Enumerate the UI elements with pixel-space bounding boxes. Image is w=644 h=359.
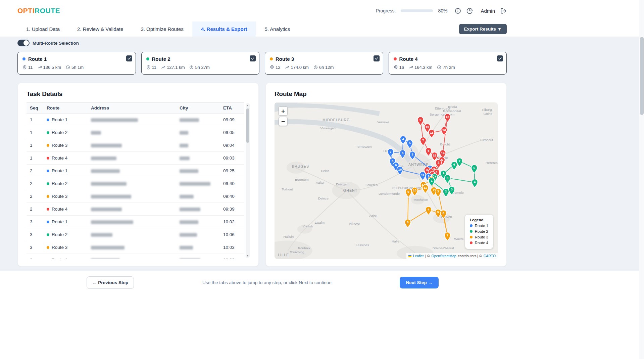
address-redacted [91,156,116,160]
city-redacted [180,233,197,237]
route-name: Route 1 [52,117,67,122]
map-container[interactable]: MIDDELBURGVlissingenYersekeBergen op Zoo… [275,102,498,259]
seq-cell: 3 [27,216,43,228]
svg-text:2: 2 [433,188,435,192]
svg-text:14: 14 [441,151,445,155]
route-checkbox[interactable] [374,55,380,61]
page-scrollbar-thumb[interactable] [640,37,644,115]
map-place-label: Ninove [349,222,360,225]
clock-icon [437,65,441,70]
route-card-1[interactable]: Route 111136.5 km5h 1m [17,52,136,75]
seq-cell: 2 [27,190,43,203]
table-row: 1Route 209:05 [27,126,244,139]
distance-stat: 136.5 km [38,65,61,70]
map-place-label: Roubaix [298,246,310,250]
logout-icon[interactable] [500,7,507,14]
legend-label: Route 2 [475,229,488,233]
route-cell: Route 1 [47,117,84,122]
route-color-dot [47,195,49,198]
route-name: Route 2 [52,232,67,237]
multi-route-toggle[interactable] [17,40,30,46]
panels-grid: Task Details Seq Route Address City ETA [17,83,507,267]
svg-text:11: 11 [424,186,427,189]
task-details-panel: Task Details Seq Route Address City ETA [17,83,259,267]
route-card-title: Route 3 [276,56,294,62]
scroll-down-arrow[interactable]: ▼ [246,254,250,258]
route-cell: Route 2 [47,130,84,135]
route-name: Route 3 [52,194,67,199]
footer-bar: ← Previous Step Use the tabs above to ju… [0,271,639,359]
address-redacted [91,208,122,211]
tab-1-upload-data[interactable]: 1. Upload Data [17,21,68,37]
map-place-label: MIDDELBURG [323,118,350,122]
progress-percent: 80% [438,8,447,13]
route-cell: Route 2 [47,181,84,186]
map-place-label: Torhout [282,187,293,191]
map-place-label: Etten-Leur [435,106,450,110]
map-legend: Legend Route 1Route 2Route 3Route 4 [465,215,493,249]
duration-stat: 5h 27m [189,65,209,70]
map-place-label: Braine-l'Alleud [433,246,454,250]
next-step-button[interactable]: Next Step → [400,277,439,288]
svg-text:7: 7 [447,233,448,237]
route-cell: Route 3 [47,143,84,148]
eta-cell: 10:06 [220,228,244,241]
city-redacted [180,195,194,198]
map-place-label: Terneuzen [356,145,372,148]
legend-item: Route 1 [470,224,488,228]
route-checkbox[interactable] [126,55,132,61]
duration-stat: 5h 1m [66,65,84,70]
map-place-label: LILLE [278,253,289,257]
tab-2-review-validate[interactable]: 2. Review & Validate [68,21,132,37]
main-content: Multi-Route Selection Route 111136.5 km5… [0,37,639,267]
map-place-label: Yerseke [377,120,389,124]
table-scrollbar[interactable]: ▲ ▼ [246,103,250,258]
route-checkbox[interactable] [250,55,256,61]
previous-step-button[interactable]: ← Previous Step [87,276,134,289]
route-checkbox[interactable] [497,55,503,61]
map-canvas[interactable]: MIDDELBURGVlissingenYersekeBergen op Zoo… [275,102,498,259]
route-color-dot [47,170,49,172]
route-color-dot [47,182,49,185]
pie-chart-icon[interactable] [466,7,473,14]
route-color-dot [47,221,49,223]
tab-5-analytics[interactable]: 5. Analytics [256,21,299,37]
clock-icon [189,65,194,70]
info-icon[interactable] [454,7,461,14]
progress-label: Progress: [376,8,396,13]
route-card-header: Route 3 [270,56,378,62]
clock-icon [313,65,318,70]
city-redacted [180,156,190,160]
user-name[interactable]: Admin [481,8,495,14]
zoom-out-button[interactable]: − [279,117,288,126]
tab-3-optimize-routes[interactable]: 3. Optimize Routes [132,21,192,37]
map-place-label: Eeklo [321,169,329,173]
attribution-separator: | © [424,254,431,258]
route-card-2[interactable]: Route 211127.1 km5h 27m [141,52,260,75]
leaflet-link[interactable]: Leaflet [413,254,424,258]
seq-cell: 1 [27,114,43,126]
svg-text:2: 2 [438,161,439,164]
route-color-dot [47,157,49,160]
route-card-3[interactable]: Route 312174.0 km6h 12m [265,52,383,75]
table-scrollbar-thumb[interactable] [246,108,249,143]
map-place-label: Kortrijk [303,224,313,228]
route-cell: Route 2 [47,232,84,237]
eta-cell: 09:04 [220,139,244,152]
task-table-wrap: Seq Route Address City ETA 1Route 109:09… [27,102,250,259]
scroll-up-arrow[interactable]: ▲ [246,103,250,107]
openstreetmap-link[interactable]: OpenStreetMap [431,254,456,258]
distance-stat: 127.1 km [161,65,185,70]
route-card-4[interactable]: Route 416164.3 km7h 2m [389,52,507,75]
progress-bar [401,9,433,12]
distance-stat: 174.0 km [285,65,308,70]
carto-link[interactable]: CARTO [484,254,496,258]
zoom-in-button[interactable]: + [279,106,288,116]
export-results-button[interactable]: Export Results ▼ [459,24,507,34]
svg-text:5: 5 [409,141,410,145]
svg-text:4: 4 [402,137,404,141]
route-cards: Route 111136.5 km5h 1mRoute 211127.1 km5… [17,52,507,75]
table-row: 1Route 409:03 [27,152,244,165]
tab-4-results-export[interactable]: 4. Results & Export [192,21,256,37]
page-scrollbar[interactable] [639,0,644,359]
